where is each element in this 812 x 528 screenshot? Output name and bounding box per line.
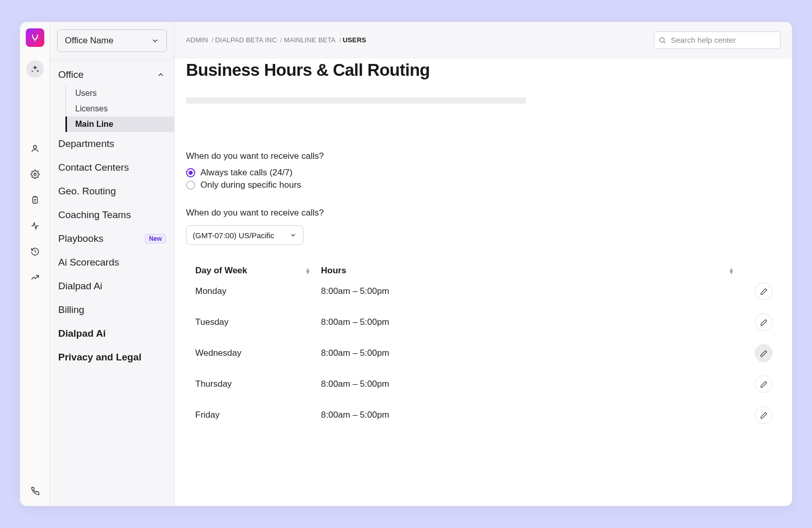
breadcrumb-separator: / <box>278 36 282 44</box>
nav-sub-item[interactable]: Licenses <box>66 101 174 117</box>
nav-item-label: Billing <box>58 304 84 316</box>
svg-point-1 <box>33 145 37 148</box>
clipboard-icon[interactable] <box>26 191 44 209</box>
breadcrumb-item[interactable]: MAINLINE BETA <box>284 36 336 44</box>
nav-item[interactable]: Coaching Teams <box>50 203 174 227</box>
cell-day: Tuesday <box>186 317 321 327</box>
nav-sub-item[interactable]: Users <box>66 86 174 101</box>
radio-label: Always take calls (24/7) <box>200 168 293 178</box>
nav-item[interactable]: Billing <box>50 298 174 322</box>
breadcrumb: ADMIN /DIALPAD BETA INC /MAINLINE BETA /… <box>186 36 366 44</box>
radio-group: Always take calls (24/7)Only during spec… <box>186 167 781 191</box>
table-row: Tuesday8:00am – 5:00pm <box>186 307 781 338</box>
sidebar: Office Name Office UsersLicensesMain Lin… <box>50 22 175 506</box>
nav-section-office[interactable]: Office <box>50 60 174 86</box>
search-input[interactable] <box>654 31 781 49</box>
gear-icon[interactable] <box>26 166 44 183</box>
breadcrumb-item[interactable]: DIALPAD BETA INC <box>215 36 277 44</box>
radio-input[interactable] <box>186 180 195 190</box>
cell-day: Monday <box>186 286 321 296</box>
edit-button[interactable] <box>755 314 772 331</box>
app-window: Office Name Office UsersLicensesMain Lin… <box>20 22 792 506</box>
cell-hours: 8:00am – 5:00pm <box>321 317 745 327</box>
nav-item-label: Dialpad Ai <box>58 280 103 292</box>
nav-section-label: Office <box>58 69 83 80</box>
nav-item-label: Playbooks <box>58 233 104 244</box>
chevron-down-icon <box>151 37 159 45</box>
radio-option[interactable]: Only during specific hours <box>186 179 781 191</box>
icon-rail <box>20 22 50 506</box>
pencil-icon <box>760 288 768 295</box>
timezone-value: (GMT-07:00) US/Pacific <box>193 231 274 240</box>
table-header: Day of Week ▲▼ Hours ▲▼ <box>186 266 781 276</box>
nav-item[interactable]: Departments <box>50 132 174 156</box>
header-day[interactable]: Day of Week <box>195 266 247 276</box>
nav-item-label: Departments <box>58 138 114 150</box>
office-select[interactable]: Office Name <box>57 29 167 52</box>
cell-hours: 8:00am – 5:00pm <box>321 410 745 420</box>
edit-button[interactable] <box>755 283 772 300</box>
question-1-label: When do you want to receive calls? <box>186 151 781 161</box>
nav-item[interactable]: Contact Centers <box>50 156 174 179</box>
nav-item[interactable]: Geo. Routing <box>50 179 174 203</box>
search-icon <box>658 36 666 44</box>
cell-hours: 8:00am – 5:00pm <box>321 379 745 389</box>
edit-button[interactable] <box>755 375 772 393</box>
breadcrumb-separator: / <box>210 36 214 44</box>
nav-sub-item[interactable]: Main Line <box>65 117 174 132</box>
user-icon[interactable] <box>26 140 44 157</box>
edit-button[interactable] <box>755 406 772 424</box>
breadcrumb-current: USERS <box>343 36 366 44</box>
phone-icon[interactable] <box>26 482 44 500</box>
table-row: Wednesday8:00am – 5:00pm <box>186 338 781 369</box>
ai-sparkle-button[interactable] <box>26 60 44 78</box>
sort-icon[interactable]: ▲▼ <box>305 268 311 274</box>
pencil-icon <box>760 411 768 419</box>
trend-icon[interactable] <box>26 269 44 286</box>
cell-day: Friday <box>186 410 321 420</box>
new-badge: New <box>145 234 166 243</box>
nav-item[interactable]: Dialpad Ai <box>50 322 174 345</box>
radio-input[interactable] <box>186 168 195 177</box>
edit-button[interactable] <box>755 344 772 362</box>
content: Business Hours & Call Routing When do yo… <box>175 58 792 506</box>
nav-item[interactable]: PlaybooksNew <box>50 227 174 251</box>
pencil-icon <box>760 350 768 357</box>
breadcrumb-item[interactable]: ADMIN <box>186 36 208 44</box>
nav-sub-list: UsersLicensesMain Line <box>65 86 174 132</box>
brand-logo[interactable] <box>26 28 44 47</box>
timezone-select[interactable]: (GMT-07:00) US/Pacific <box>186 225 303 245</box>
table-row: Thursday8:00am – 5:00pm <box>186 369 781 400</box>
activity-icon[interactable] <box>26 217 44 235</box>
table-row: Monday8:00am – 5:00pm <box>186 276 781 307</box>
chevron-up-icon <box>157 71 165 79</box>
nav-item[interactable]: Dialpad Ai <box>50 274 174 298</box>
cell-hours: 8:00am – 5:00pm <box>321 348 745 358</box>
placeholder-bar <box>186 97 526 104</box>
nav-item-label: Ai Scorecards <box>58 257 119 268</box>
cell-hours: 8:00am – 5:00pm <box>321 286 745 296</box>
office-select-label: Office Name <box>65 36 113 46</box>
nav-item-label: Contact Centers <box>58 162 129 173</box>
svg-point-2 <box>33 173 36 176</box>
sort-icon[interactable]: ▲▼ <box>729 268 734 274</box>
pencil-icon <box>760 319 768 326</box>
question-2-label: When do you want to receive calls? <box>186 208 781 218</box>
radio-label: Only during specific hours <box>200 180 301 190</box>
header-hours[interactable]: Hours <box>321 266 346 276</box>
radio-option[interactable]: Always take calls (24/7) <box>186 167 781 179</box>
chevron-down-icon <box>290 232 297 239</box>
svg-point-4 <box>660 38 665 42</box>
nav-item-label: Coaching Teams <box>58 209 131 221</box>
main-area: ADMIN /DIALPAD BETA INC /MAINLINE BETA /… <box>175 22 792 506</box>
nav-item[interactable]: Ai Scorecards <box>50 251 174 274</box>
nav-item-label: Geo. Routing <box>58 186 116 197</box>
history-icon[interactable] <box>26 243 44 260</box>
hours profetable: Day of Week ▲▼ Hours ▲▼ Monday8:00am – 5… <box>186 266 781 431</box>
table-row: Friday8:00am – 5:00pm <box>186 400 781 431</box>
pencil-icon <box>760 381 768 388</box>
svg-rect-3 <box>32 197 37 203</box>
breadcrumb-separator: / <box>337 36 342 44</box>
nav-item[interactable]: Privacy and Legal <box>50 345 174 369</box>
nav-item-label: Dialpad Ai <box>58 328 106 339</box>
